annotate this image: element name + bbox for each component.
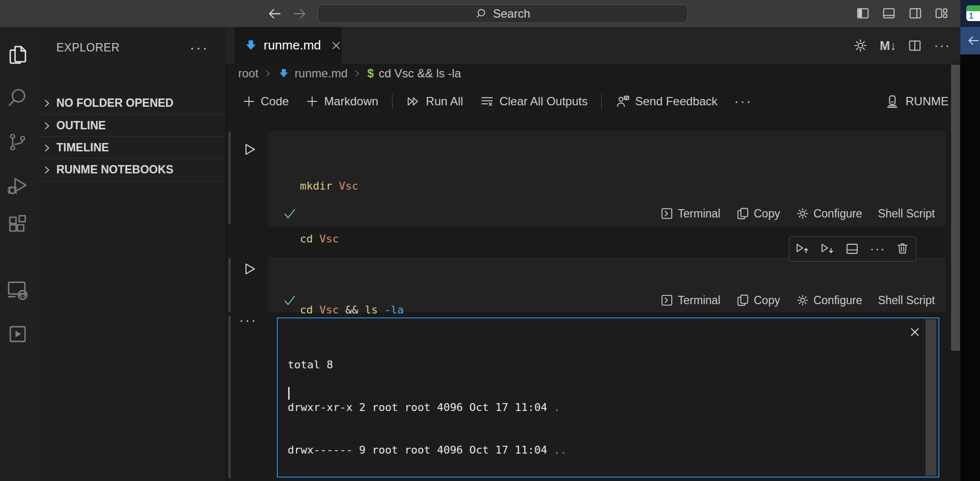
extensions-icon[interactable] <box>0 207 35 242</box>
run-debug-icon[interactable] <box>0 168 35 203</box>
runme-file-icon <box>244 39 258 52</box>
configure-label: Configure <box>813 294 862 307</box>
editor-more-icon[interactable]: ··· <box>934 38 951 53</box>
vscode-window: Search <box>0 0 980 481</box>
output-scrollbar[interactable] <box>926 319 936 476</box>
section-label: OUTLINE <box>56 119 106 132</box>
breadcrumb-root[interactable]: root <box>238 67 258 80</box>
editor-scrollbar-thumb[interactable] <box>951 65 960 351</box>
cell-more-icon[interactable]: ··· <box>870 241 885 257</box>
split-editor-icon[interactable] <box>907 38 922 53</box>
close-output-icon[interactable] <box>908 325 922 339</box>
run-cell-button[interactable] <box>242 141 258 158</box>
sidebar-item-runme-notebooks[interactable]: RUNME NOTEBOOKS <box>35 158 225 181</box>
terminal-label: Terminal <box>678 294 720 307</box>
customize-layout-icon[interactable] <box>933 6 949 21</box>
add-markdown-label: Markdown <box>324 95 378 108</box>
cell-status-bar: Terminal Copy Configure Shell Script <box>269 201 946 226</box>
notebook-more-icon[interactable]: ··· <box>729 94 757 109</box>
sidebar-more-icon[interactable]: ··· <box>190 38 209 57</box>
copy-button[interactable]: Copy <box>732 293 784 307</box>
explorer-icon[interactable] <box>0 37 35 72</box>
history-back-icon[interactable] <box>266 5 283 22</box>
chevron-right-icon <box>42 165 52 175</box>
toggle-primary-sidebar-icon[interactable] <box>855 6 871 21</box>
execute-below-icon[interactable] <box>820 241 834 256</box>
open-terminal-button[interactable]: Terminal <box>656 207 724 220</box>
gear-icon[interactable] <box>853 38 868 53</box>
cell-hover-toolbar: ··· <box>789 236 916 262</box>
terminal-label: Terminal <box>678 207 720 220</box>
cell-language-label[interactable]: Shell Script <box>874 207 939 220</box>
toggle-panel-icon[interactable] <box>881 6 897 21</box>
section-label: NO FOLDER OPENED <box>56 96 173 110</box>
background-window-body <box>960 54 980 481</box>
sidebar-title: EXPLORER <box>56 41 120 54</box>
cell-status-bar: Terminal Copy Configure Shell Script <box>269 288 946 313</box>
run-all-button[interactable]: Run All <box>401 95 468 108</box>
toggle-secondary-sidebar-icon[interactable] <box>907 6 923 21</box>
open-terminal-button[interactable]: Terminal <box>656 293 724 307</box>
cell-language-label[interactable]: Shell Script <box>874 294 939 307</box>
run-all-label: Run All <box>426 95 463 108</box>
source-control-icon[interactable] <box>0 124 35 160</box>
runme-view-icon[interactable] <box>0 316 35 352</box>
breadcrumb-shell-prompt: $ <box>367 67 373 80</box>
copy-button[interactable]: Copy <box>732 207 784 220</box>
language-label: Shell Script <box>878 207 935 220</box>
output-line: total 8 <box>288 358 625 372</box>
cell-status-actions: Terminal Copy Configure Shell Script <box>656 293 939 307</box>
cell-status-actions: Terminal Copy Configure Shell Script <box>656 207 939 220</box>
calendar-icon[interactable]: 1 <box>966 5 980 21</box>
clear-all-outputs-button[interactable]: Clear All Outputs <box>475 94 592 109</box>
code-line: mkdir Vsc <box>300 177 946 195</box>
tab-close-icon[interactable] <box>330 39 343 52</box>
send-feedback-button[interactable]: Send Feedback <box>611 94 722 109</box>
configure-button[interactable]: Configure <box>792 293 866 307</box>
tab-runme-md[interactable]: runme.md <box>234 27 342 64</box>
remote-explorer-icon[interactable] <box>0 272 35 308</box>
toolbar-separator <box>392 94 392 109</box>
output-line: drwxr-xr-x 2 root root 4096 Oct 17 11:04… <box>288 400 625 414</box>
activity-bar <box>0 27 35 481</box>
editor-actions: M↓ ··· <box>853 36 951 55</box>
breadcrumb-file[interactable]: runme.md <box>294 67 347 80</box>
sidebar-item-no-folder-opened[interactable]: NO FOLDER OPENED <box>35 92 225 114</box>
sidebar-header: EXPLORER ··· <box>35 38 225 57</box>
command-center-search[interactable]: Search <box>318 4 688 23</box>
title-bar: Search <box>0 0 960 27</box>
breadcrumb-command[interactable]: cd Vsc && ls -la <box>379 67 461 80</box>
sidebar-item-outline[interactable]: OUTLINE <box>35 114 225 137</box>
calendar-icon-header <box>966 5 980 11</box>
back-arrow-icon[interactable] <box>965 33 980 48</box>
calendar-date: 1 <box>966 11 980 21</box>
add-code-label: Code <box>261 95 289 108</box>
split-cell-icon[interactable] <box>845 241 859 256</box>
delete-cell-icon[interactable] <box>896 241 910 256</box>
cell-output: total 8 drwxr-xr-x 2 root root 4096 Oct … <box>277 317 939 478</box>
chevron-right-icon <box>42 120 52 131</box>
chevron-right-icon <box>42 98 52 109</box>
add-code-cell-button[interactable]: Code <box>237 95 294 108</box>
output-focus-bar <box>228 316 231 479</box>
output-menu-icon[interactable]: ··· <box>239 313 257 328</box>
runme-logo-icon <box>885 94 900 109</box>
search-view-icon[interactable] <box>0 80 35 116</box>
background-window-navbar <box>960 27 980 54</box>
open-markdown-preview-icon[interactable]: M↓ <box>880 39 896 53</box>
send-feedback-label: Send Feedback <box>635 95 717 108</box>
layout-controls <box>855 6 949 21</box>
add-markdown-cell-button[interactable]: Markdown <box>300 95 383 108</box>
copy-label: Copy <box>754 207 780 220</box>
clear-all-outputs-label: Clear All Outputs <box>499 95 588 108</box>
breadcrumb: root runme.md $ cd Vsc && ls -la <box>238 65 461 82</box>
cell-focus-bar <box>228 258 231 312</box>
success-check-icon <box>282 206 297 221</box>
history-forward-icon[interactable] <box>292 5 308 22</box>
execute-above-icon[interactable] <box>795 241 809 256</box>
tab-label: runme.md <box>264 38 321 53</box>
configure-button[interactable]: Configure <box>792 207 866 220</box>
sidebar-item-timeline[interactable]: TIMELINE <box>35 136 225 159</box>
toolbar-separator <box>601 94 602 109</box>
run-cell-button[interactable] <box>242 261 258 277</box>
